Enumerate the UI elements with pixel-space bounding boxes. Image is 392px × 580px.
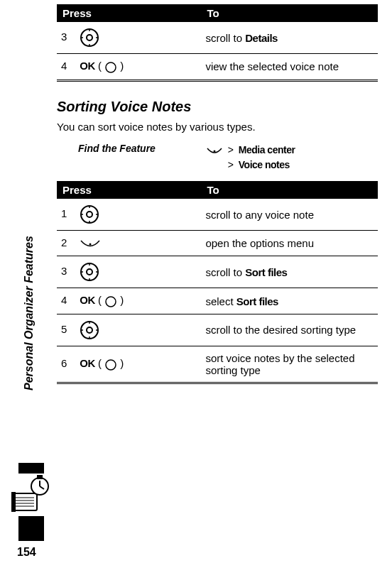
step-description: select	[205, 295, 236, 307]
svg-point-29	[82, 271, 83, 273]
find-feature-path: > Media center > Voice notes	[206, 143, 295, 173]
svg-point-27	[89, 264, 90, 266]
svg-point-38	[106, 360, 116, 370]
svg-rect-0	[13, 493, 37, 510]
ok-label: OK	[80, 357, 95, 369]
to-cell: view the selected voice note	[201, 54, 378, 81]
svg-point-17	[214, 150, 216, 152]
press-cell: 3	[57, 22, 201, 54]
svg-point-23	[96, 214, 97, 215]
step-number: 3	[61, 265, 74, 277]
step-description: scroll to the desired sorting type	[205, 324, 356, 336]
page-number: 154	[17, 546, 36, 559]
svg-point-22	[82, 214, 83, 215]
svg-point-20	[89, 207, 90, 208]
step-number: 3	[61, 31, 74, 43]
table-row: 3 scroll to Details	[57, 22, 378, 54]
path-item-2: Voice notes	[239, 159, 290, 170]
step-description: open the options menu	[205, 237, 314, 249]
svg-point-12	[89, 30, 90, 31]
table-row: 5 scroll to the desired sorting type	[57, 314, 378, 346]
step-number: 4	[61, 294, 74, 306]
svg-point-16	[106, 62, 116, 72]
to-cell: scroll to the desired sorting type	[201, 314, 378, 346]
path-separator: >	[226, 158, 236, 173]
to-cell: sort voice notes by the selected sorting…	[201, 346, 378, 383]
to-cell: scroll to Sort files	[201, 256, 378, 288]
path-separator: >	[226, 143, 236, 158]
svg-point-10	[81, 29, 98, 46]
menu-key-icon	[80, 237, 101, 250]
svg-point-24	[89, 244, 92, 246]
press-cell: 3	[57, 256, 201, 288]
to-cell: open the options menu	[201, 231, 378, 256]
ok-label: OK	[80, 294, 95, 306]
step-number: 5	[61, 323, 74, 335]
content: Press To 3 scroll to Details4 OK ( )view…	[57, 0, 378, 384]
table-row: 3 scroll to Sort files	[57, 256, 378, 288]
table-header-to: To	[201, 4, 378, 22]
svg-rect-5	[11, 492, 16, 512]
svg-point-28	[89, 278, 90, 280]
svg-point-32	[81, 322, 98, 339]
step-target: Sort files	[245, 266, 287, 278]
svg-point-15	[96, 37, 97, 38]
svg-point-13	[89, 44, 90, 45]
svg-point-33	[87, 327, 92, 333]
table-row: 6 OK ( )sort voice notes by the selected…	[57, 346, 378, 383]
step-description: scroll to	[205, 266, 245, 278]
softkey-icon	[104, 60, 117, 74]
to-cell: select Sort files	[201, 288, 378, 314]
svg-point-14	[82, 37, 83, 38]
section-intro: You can sort voice notes by various type…	[57, 121, 378, 133]
to-cell: scroll to any voice note	[201, 199, 378, 231]
step-number: 4	[61, 60, 74, 72]
svg-point-21	[89, 221, 90, 222]
table-header-to: To	[201, 181, 378, 199]
svg-point-25	[81, 263, 98, 280]
svg-point-26	[87, 269, 92, 275]
path-item-1: Media center	[239, 144, 295, 155]
svg-point-31	[106, 297, 116, 307]
table-header-press: Press	[57, 4, 201, 22]
svg-point-19	[87, 212, 92, 217]
svg-point-34	[89, 322, 90, 324]
softkey-icon	[104, 358, 117, 371]
table-row: 4 OK ( )view the selected voice note	[57, 54, 378, 81]
svg-point-36	[82, 329, 83, 331]
to-cell: scroll to Details	[201, 22, 378, 54]
step-target: Details	[245, 32, 278, 44]
table-header-press: Press	[57, 181, 201, 199]
press-cell: 2	[57, 231, 201, 256]
step-description: sort voice notes by the selected sorting…	[205, 352, 354, 376]
svg-point-11	[87, 35, 92, 40]
find-the-feature: Find the Feature > Media center > Voice …	[78, 143, 378, 173]
ok-label: OK	[80, 60, 95, 72]
nav-key-icon	[80, 262, 99, 282]
press-cell: 6 OK ( )	[57, 346, 201, 383]
organizer-icon	[9, 474, 51, 516]
svg-point-30	[96, 271, 97, 273]
press-cell: 1	[57, 199, 201, 231]
svg-point-37	[96, 329, 97, 331]
nav-key-icon	[80, 320, 99, 340]
steps-table-1: Press To 3 scroll to Details4 OK ( )view…	[57, 4, 378, 82]
step-target: Sort files	[236, 295, 278, 307]
press-cell: 4 OK ( )	[57, 288, 201, 314]
svg-point-35	[89, 336, 90, 338]
nav-key-icon	[80, 204, 99, 224]
step-number: 2	[61, 236, 74, 248]
press-cell: 4 OK ( )	[57, 54, 201, 81]
step-number: 1	[61, 207, 74, 219]
svg-rect-7	[37, 475, 43, 479]
step-description: scroll to	[205, 32, 245, 44]
find-feature-label: Find the Feature	[78, 143, 206, 173]
table-row: 2 open the options menu	[57, 231, 378, 256]
step-description: scroll to any voice note	[205, 209, 314, 221]
section-heading: Sorting Voice Notes	[57, 99, 378, 115]
step-description: view the selected voice note	[205, 60, 339, 72]
press-cell: 5	[57, 314, 201, 346]
table-row: 4 OK ( )select Sort files	[57, 288, 378, 314]
steps-table-2: Press To 1 scroll to any voice note2 ope…	[57, 181, 378, 384]
sidebar: Personal Organizer Features 154	[0, 0, 44, 580]
